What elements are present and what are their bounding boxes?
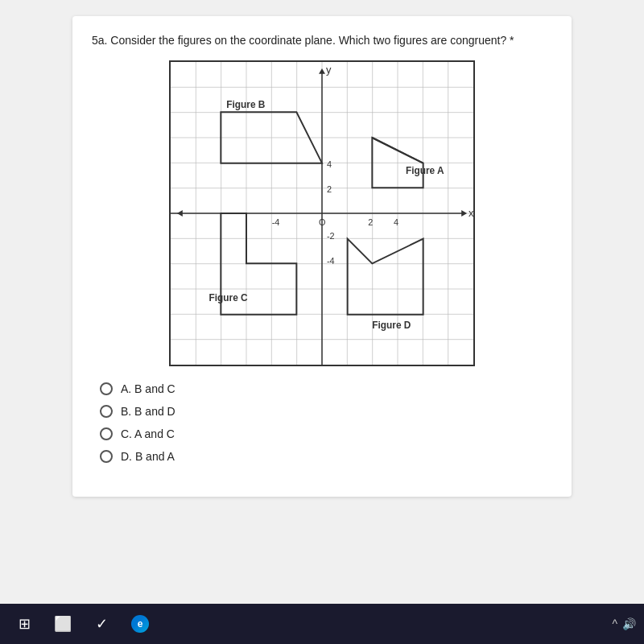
search-button[interactable]: ⬜ (47, 609, 79, 638)
svg-text:Figure D: Figure D (372, 320, 411, 331)
svg-text:x: x (469, 207, 473, 219)
graph-svg: x y 4 2 -2 -4 2 4 -4 O (171, 62, 473, 365)
question-text: 5a. Consider the figures on the coordina… (92, 32, 552, 49)
svg-text:-2: -2 (327, 231, 335, 241)
start-button[interactable]: ⊞ (8, 609, 40, 638)
svg-text:-4: -4 (327, 256, 335, 266)
svg-text:4: 4 (394, 217, 398, 227)
svg-text:Figure B: Figure B (226, 99, 266, 110)
option-d[interactable]: D. B and A (100, 450, 552, 463)
windows-icon: ⊞ (19, 615, 31, 633)
option-c[interactable]: C. A and C (100, 427, 552, 440)
svg-text:2: 2 (368, 217, 373, 227)
edge-icon: e (131, 615, 149, 633)
svg-text:-4: -4 (272, 217, 280, 227)
svg-marker-23 (461, 210, 467, 217)
option-a[interactable]: A. B and C (100, 382, 552, 395)
option-b[interactable]: B. B and D (100, 405, 552, 418)
radio-a[interactable] (100, 382, 113, 395)
option-a-label: A. B and C (121, 382, 175, 395)
radio-b[interactable] (100, 405, 113, 418)
svg-text:4: 4 (327, 159, 332, 169)
option-d-label: D. B and A (121, 450, 175, 463)
task-view-icon: ✓ (96, 615, 108, 633)
svg-marker-25 (319, 68, 325, 74)
search-taskbar-icon: ⬜ (54, 615, 72, 633)
option-b-label: B. B and D (121, 405, 175, 418)
option-c-label: C. A and C (121, 427, 175, 440)
svg-text:O: O (319, 217, 325, 227)
svg-text:Figure A: Figure A (406, 165, 444, 176)
question-body: Consider the figures on the coordinate p… (110, 34, 514, 47)
svg-text:2: 2 (327, 184, 332, 194)
radio-c[interactable] (100, 427, 113, 440)
speaker-icon: 🔊 (622, 617, 636, 630)
coordinate-graph: x y 4 2 -2 -4 2 4 -4 O (169, 60, 475, 366)
answer-options: A. B and C B. B and D C. A and C D. B an… (92, 382, 552, 463)
system-tray: ^ 🔊 (612, 617, 636, 630)
taskbar: ⊞ ⬜ ✓ e ^ 🔊 (0, 604, 644, 644)
svg-text:Figure C: Figure C (208, 292, 248, 303)
main-content: 5a. Consider the figures on the coordina… (0, 0, 644, 604)
svg-text:y: y (326, 64, 332, 76)
edge-button[interactable]: e (124, 609, 156, 638)
question-card: 5a. Consider the figures on the coordina… (72, 16, 572, 497)
task-view-button[interactable]: ✓ (85, 609, 118, 638)
radio-d[interactable] (100, 450, 113, 463)
question-number: 5a. (92, 34, 107, 47)
svg-marker-45 (177, 210, 183, 217)
svg-marker-43 (348, 239, 423, 315)
chevron-up-icon: ^ (612, 617, 617, 630)
graph-container: x y 4 2 -2 -4 2 4 -4 O (92, 60, 552, 366)
